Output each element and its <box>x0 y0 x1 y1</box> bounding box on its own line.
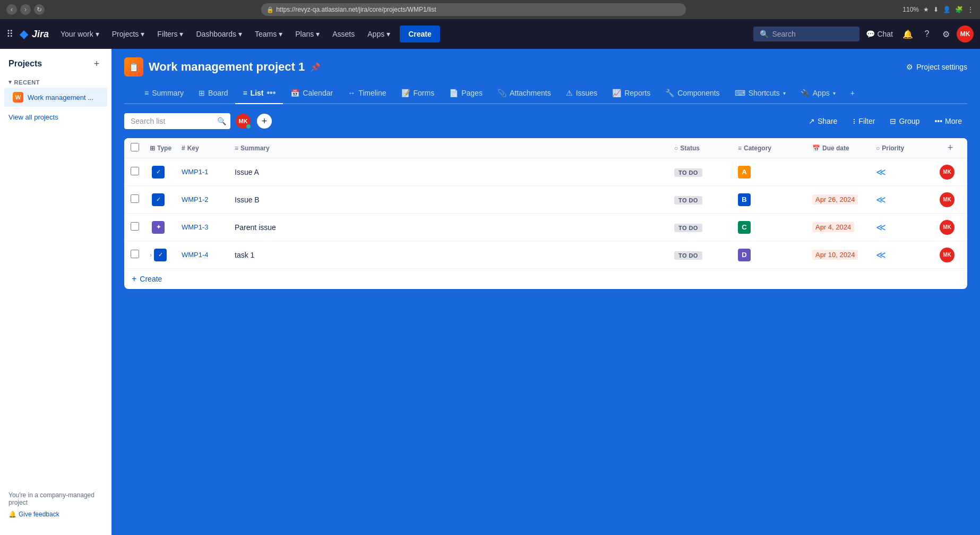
add-column-button[interactable]: + <box>940 142 961 154</box>
shortcuts-chevron-icon: ▾ <box>783 90 786 96</box>
search-list-wrapper: 🔍 <box>124 113 230 129</box>
priority-icon[interactable]: ≪ <box>876 194 886 205</box>
jira-logo[interactable]: ◆ Jira <box>20 28 49 40</box>
back-button[interactable]: ‹ <box>6 4 17 15</box>
nav-your-work[interactable]: Your work <box>55 27 105 41</box>
shortcuts-tab-icon: ⌨ <box>735 89 745 97</box>
priority-icon[interactable]: ≪ <box>876 167 886 177</box>
tab-calendar[interactable]: 📅 Calendar <box>283 83 340 104</box>
collapse-icon[interactable]: ▾ <box>8 79 12 86</box>
share-button[interactable]: ↗ Share <box>803 114 843 129</box>
apps-chevron-icon <box>386 30 390 38</box>
status-badge[interactable]: TO DO <box>674 224 702 232</box>
feedback-icon: 🔔 <box>8 511 16 518</box>
type-story-icon: ✓ <box>152 193 165 206</box>
tab-board[interactable]: ⊞ Board <box>191 83 235 104</box>
teams-chevron-icon <box>279 30 282 38</box>
summary-col-icon: ≡ <box>235 145 238 152</box>
group-icon: ⊟ <box>890 117 896 125</box>
share-icon: ↗ <box>809 117 815 125</box>
settings-button[interactable]: ⚙ <box>938 26 955 43</box>
notifications-button[interactable]: 🔔 <box>899 26 916 43</box>
issue-key[interactable]: WMP1-3 <box>182 223 235 231</box>
project-tabs: ≡ Summary ⊞ Board ≡ List ••• 📅 Calendar <box>124 83 967 104</box>
filter-button[interactable]: ⫶ Filter <box>847 114 880 129</box>
tab-components[interactable]: 🔧 Components <box>658 83 727 104</box>
tab-timeline[interactable]: ↔ Timeline <box>340 83 393 104</box>
assignee-avatar[interactable]: MK <box>940 248 955 262</box>
nav-teams[interactable]: Teams <box>250 27 288 41</box>
tab-issues[interactable]: ⚠ Issues <box>558 83 605 104</box>
tab-shortcuts[interactable]: ⌨ Shortcuts ▾ <box>727 83 793 104</box>
create-issue-row[interactable]: + Create <box>124 269 967 289</box>
nav-assets[interactable]: Assets <box>327 27 360 41</box>
nav-filters[interactable]: Filters <box>152 27 188 41</box>
hamburger-icon[interactable]: ⠿ <box>6 28 13 40</box>
tab-apps[interactable]: 🔌 Apps ▾ <box>793 83 843 104</box>
jira-logo-text: Jira <box>32 29 49 40</box>
search-bar[interactable]: 🔍 Search <box>753 27 859 41</box>
help-button[interactable]: ? <box>918 26 935 43</box>
nav-apps[interactable]: Apps <box>362 27 396 41</box>
issues-tab-icon: ⚠ <box>566 89 573 97</box>
status-badge[interactable]: TO DO <box>674 251 702 260</box>
list-tab-more-icon[interactable]: ••• <box>267 88 276 98</box>
nav-projects[interactable]: Projects <box>107 27 150 41</box>
board-tab-icon: ⊞ <box>199 89 205 97</box>
row-expand-button[interactable]: › <box>150 251 152 259</box>
assignee-avatar[interactable]: MK <box>940 192 955 207</box>
row-checkbox[interactable] <box>131 194 139 203</box>
table-header: ⊞ Type # Key ≡ Summary ○ Status <box>124 138 967 158</box>
tab-add[interactable]: + <box>843 83 862 104</box>
tab-summary[interactable]: ≡ Summary <box>137 83 191 104</box>
chat-button[interactable]: 💬 Chat <box>862 27 897 41</box>
create-button[interactable]: Create <box>400 26 440 43</box>
project-header: 📋 Work management project 1 📌 ⚙ Project … <box>111 49 980 104</box>
pin-icon[interactable]: 📌 <box>310 62 321 72</box>
tab-pages[interactable]: 📄 Pages <box>442 83 490 104</box>
assignee-avatar[interactable]: MK <box>940 165 955 180</box>
project-title-left: 📋 Work management project 1 📌 <box>124 57 321 77</box>
status-badge[interactable]: TO DO <box>674 196 702 205</box>
group-button[interactable]: ⊟ Group <box>884 114 925 129</box>
user-avatar[interactable]: MK <box>957 26 974 43</box>
tab-forms[interactable]: 📝 Forms <box>394 83 442 104</box>
issue-summary: task 1 <box>235 251 674 259</box>
tab-list[interactable]: ≡ List ••• <box>235 83 283 104</box>
row-checkbox[interactable] <box>131 222 139 231</box>
issue-key[interactable]: WMP1-1 <box>182 168 235 176</box>
pages-tab-icon: 📄 <box>449 89 458 97</box>
priority-icon[interactable]: ≪ <box>876 250 886 260</box>
type-story-icon: ✓ <box>154 249 167 261</box>
reload-button[interactable]: ↻ <box>34 4 45 15</box>
assignee-avatar[interactable]: MK <box>940 220 955 235</box>
row-checkbox[interactable] <box>131 167 139 175</box>
col-due-date: 📅 Due date <box>812 145 876 152</box>
issue-key[interactable]: WMP1-2 <box>182 196 235 203</box>
view-all-projects-link[interactable]: View all projects <box>0 109 111 125</box>
table-row: ✓ WMP1-1 Issue A TO DO A ≪ MK <box>124 158 967 186</box>
sidebar-item-project[interactable]: W Work management ... <box>4 88 107 107</box>
address-bar[interactable]: 🔒 https://revyz-qa.atlassian.net/jira/co… <box>261 3 686 16</box>
nav-plans[interactable]: Plans <box>290 27 325 41</box>
tab-reports[interactable]: 📈 Reports <box>605 83 658 104</box>
select-all-checkbox[interactable] <box>131 143 139 151</box>
settings-icon: ⚙ <box>906 63 913 71</box>
project-settings-button[interactable]: ⚙ Project settings <box>906 63 967 71</box>
search-list-input[interactable] <box>124 113 230 129</box>
add-project-button[interactable]: + <box>90 57 103 70</box>
filters-chevron-icon <box>179 30 183 38</box>
feedback-link[interactable]: 🔔 Give feedback <box>8 511 103 518</box>
toolbar-add-member-button[interactable]: + <box>256 113 273 130</box>
row-checkbox[interactable] <box>131 250 139 258</box>
priority-icon[interactable]: ≪ <box>876 222 886 233</box>
status-badge[interactable]: TO DO <box>674 168 702 177</box>
tab-attachments[interactable]: 📎 Attachments <box>490 83 558 104</box>
recent-section-label: ▾ RECENT <box>0 74 111 88</box>
issue-key[interactable]: WMP1-4 <box>182 251 235 259</box>
nav-dashboards[interactable]: Dashboards <box>191 27 247 41</box>
more-button[interactable]: ••• More <box>929 114 967 129</box>
toolbar-avatar-mk[interactable]: MK <box>235 113 252 130</box>
forward-button[interactable]: › <box>20 4 31 15</box>
apps-tab-icon: 🔌 <box>801 89 810 97</box>
